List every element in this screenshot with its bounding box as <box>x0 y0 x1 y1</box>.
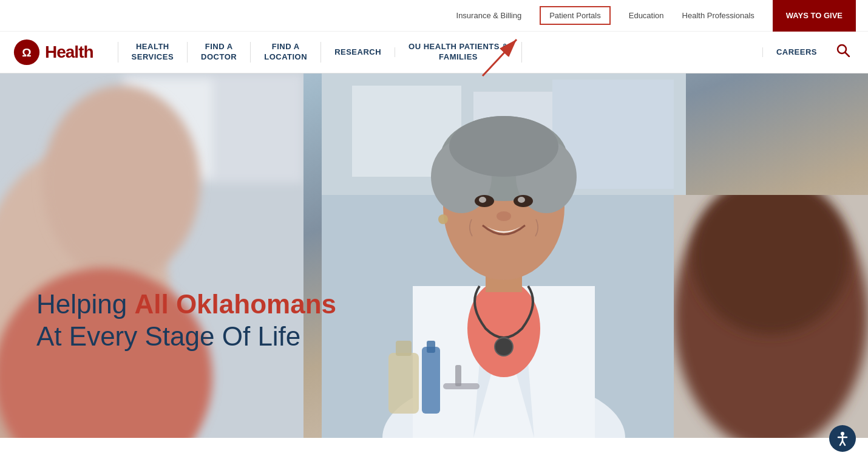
nav-careers[interactable]: CAREERS <box>762 47 830 58</box>
main-nav: Ω Health HEALTH SERVICES FIND A DOCTOR F… <box>0 32 868 73</box>
svg-point-11 <box>42 86 200 280</box>
svg-rect-44 <box>455 365 461 386</box>
nav-health-services[interactable]: HEALTH SERVICES <box>118 42 188 63</box>
accessibility-icon <box>835 431 850 438</box>
svg-rect-40 <box>396 341 412 356</box>
svg-rect-42 <box>427 341 435 353</box>
health-professionals-link[interactable]: Health Professionals <box>682 11 754 20</box>
hero-left-person <box>0 73 303 438</box>
education-link[interactable]: Education <box>629 11 664 20</box>
svg-rect-41 <box>422 347 440 414</box>
svg-line-5 <box>846 53 850 57</box>
health-logo-text: Health <box>45 43 93 62</box>
hero-medical-items <box>364 316 486 438</box>
top-bar: Insurance & Billing Patient Portals Educ… <box>0 0 868 32</box>
svg-point-35 <box>438 214 448 224</box>
hero-right-person <box>674 195 868 438</box>
svg-point-32 <box>518 197 525 203</box>
ou-logo-icon: Ω <box>12 38 41 67</box>
search-button[interactable] <box>830 44 856 61</box>
hero-line1: Helping All Oklahomans <box>36 288 336 321</box>
hero-section: Helping All Oklahomans At Every Stage Of… <box>0 73 868 438</box>
search-icon <box>836 44 850 57</box>
nav-ou-patients[interactable]: OU HEALTH PATIENTS & FAMILIES <box>395 42 522 63</box>
svg-text:Ω: Ω <box>22 46 31 59</box>
patient-portals-link[interactable]: Patient Portals <box>540 6 611 25</box>
insurance-billing-link[interactable]: Insurance & Billing <box>456 11 522 20</box>
site-logo[interactable]: Ω Health <box>12 38 93 67</box>
ways-to-give-button[interactable]: WAYS TO GIVE <box>773 0 856 32</box>
svg-point-28 <box>449 116 558 177</box>
nav-find-location[interactable]: FIND A LOCATION <box>251 42 321 63</box>
site-header: Insurance & Billing Patient Portals Educ… <box>0 0 868 73</box>
header: Insurance & Billing Patient Portals Educ… <box>0 0 868 73</box>
svg-rect-39 <box>388 353 419 414</box>
nav-links: HEALTH SERVICES FIND A DOCTOR FIND A LOC… <box>118 42 856 63</box>
hero-line2: At Every Stage Of Life <box>36 321 336 353</box>
top-bar-links: Insurance & Billing Patient Portals Educ… <box>456 0 856 32</box>
svg-point-33 <box>497 211 511 221</box>
svg-point-31 <box>479 197 486 203</box>
nav-find-doctor[interactable]: FIND A DOCTOR <box>188 42 251 63</box>
hero-text: Helping All Oklahomans At Every Stage Of… <box>36 288 336 353</box>
nav-research[interactable]: RESEARCH <box>321 47 395 58</box>
svg-point-34 <box>495 338 513 356</box>
